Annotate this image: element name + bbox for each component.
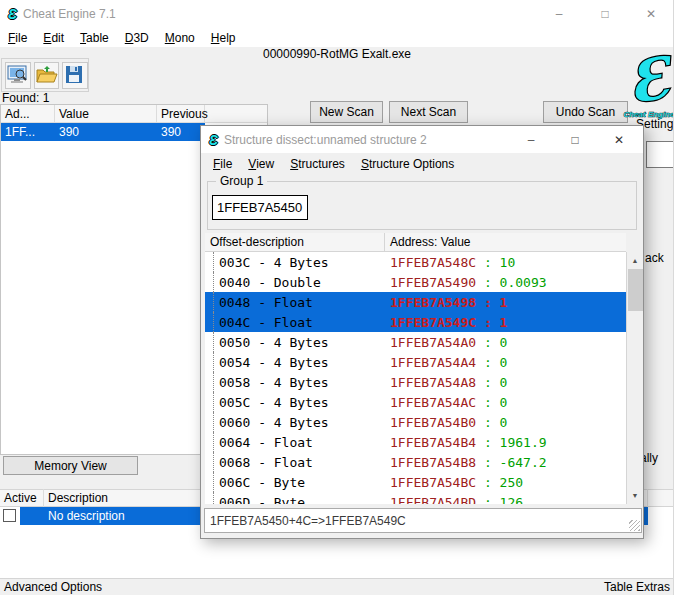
dissect-row[interactable]: 0054 - 4 Bytes1FFEB7A54A4 : 0: [205, 352, 626, 372]
scan-row-value: 390: [55, 125, 157, 139]
scrollbar-thumb[interactable]: [628, 269, 643, 311]
dissect-row[interactable]: 0048 - Float1FFEB7A5498 : 1: [205, 292, 626, 312]
scan-row-address: 1FF...: [1, 125, 55, 139]
dissect-column-header: Offset-description Address: Value: [205, 233, 626, 252]
offset-description: 0040 - Double: [205, 275, 321, 290]
offset-description: 0064 - Float: [205, 435, 313, 450]
memory-view-button[interactable]: Memory View: [3, 456, 138, 475]
scroll-down-button[interactable]: ▼: [627, 487, 643, 504]
dissect-row[interactable]: 0040 - Double1FFEB7A5490 : 0.0093: [205, 272, 626, 292]
main-statusbar: Advanced Options Table Extras: [0, 578, 674, 595]
menu-view[interactable]: View: [240, 155, 282, 173]
column-header-value[interactable]: Value: [55, 105, 157, 123]
cheat-engine-logo: Ɛ Cheat Engine: [620, 48, 674, 124]
dissect-window-icon: Ɛ: [209, 133, 218, 147]
main-titlebar[interactable]: Ɛ Cheat Engine 7.1 – □ ✕: [0, 0, 674, 28]
scan-row-previous: 390: [157, 125, 205, 139]
address-value: 1FFEB7A5498 : 1: [390, 295, 507, 310]
menu-edit[interactable]: Edit: [35, 29, 72, 47]
dissect-row[interactable]: 004C - Float1FFEB7A549C : 1: [205, 312, 626, 332]
table-extras-link[interactable]: Table Extras: [604, 580, 670, 594]
dissect-row[interactable]: 0050 - 4 Bytes1FFEB7A54A0 : 0: [205, 332, 626, 352]
dissect-row-list[interactable]: 003C - 4 Bytes1FFEB7A548C : 100040 - Dou…: [205, 252, 626, 504]
menu-d3d[interactable]: D3D: [117, 29, 157, 47]
new-scan-button[interactable]: New Scan: [310, 101, 383, 123]
column-header-address[interactable]: Ad...: [1, 105, 55, 123]
logo-caption: Cheat Engine: [623, 110, 674, 119]
column-header-address-value[interactable]: Address: Value: [385, 235, 471, 249]
address-value: 1FFEB7A54BD : 126: [390, 495, 523, 505]
advanced-options-link[interactable]: Advanced Options: [4, 580, 102, 594]
menu-help[interactable]: Help: [203, 29, 244, 47]
cheat-engine-main-window: Ɛ Cheat Engine 7.1 – □ ✕ FileEditTableD3…: [0, 0, 674, 595]
open-folder-icon: [36, 65, 58, 85]
dissect-close-button[interactable]: ✕: [597, 126, 641, 153]
save-table-button[interactable]: [62, 62, 88, 89]
structure-address-input[interactable]: [212, 195, 308, 220]
dissect-row[interactable]: 0058 - 4 Bytes1FFEB7A54A8 : 0: [205, 372, 626, 392]
logo-glyph: Ɛ: [623, 48, 674, 116]
column-header-active[interactable]: Active: [0, 489, 44, 507]
window-controls: – □ ✕: [536, 0, 674, 28]
cheat-engine-app-icon: Ɛ: [8, 7, 17, 21]
menu-structure-options[interactable]: Structure Options: [353, 155, 462, 173]
menu-file[interactable]: File: [205, 155, 240, 173]
undo-scan-button[interactable]: Undo Scan: [543, 101, 628, 123]
next-scan-button[interactable]: Next Scan: [389, 101, 468, 123]
column-header-offset-description[interactable]: Offset-description: [205, 233, 385, 252]
offset-description: 0050 - 4 Bytes: [205, 335, 329, 350]
maximize-button[interactable]: □: [582, 0, 628, 28]
dissect-row[interactable]: 0064 - Float1FFEB7A54B4 : 1961.9: [205, 432, 626, 452]
scroll-up-button[interactable]: ▲: [627, 252, 643, 269]
offset-description: 004C - Float: [205, 315, 313, 330]
menu-structures[interactable]: Structures: [282, 155, 353, 173]
window-title: Cheat Engine 7.1: [23, 7, 116, 21]
dissect-menubar: FileViewStructuresStructure Options: [201, 153, 643, 175]
menu-table[interactable]: Table: [72, 29, 117, 47]
open-table-button[interactable]: [34, 62, 60, 89]
offset-description: 005C - 4 Bytes: [205, 395, 329, 410]
address-value: 1FFEB7A54B4 : 1961.9: [390, 435, 547, 450]
address-value: 1FFEB7A549C : 1: [390, 315, 507, 330]
menu-file[interactable]: File: [0, 29, 35, 47]
group-label: Group 1: [216, 174, 267, 188]
menu-mono[interactable]: Mono: [157, 29, 203, 47]
dissect-window-title: Structure dissect:unnamed structure 2: [224, 133, 427, 147]
main-menubar: FileEditTableD3DMonoHelp: [0, 28, 674, 47]
main-toolbar: [1, 58, 89, 92]
scan-value-input[interactable]: [646, 141, 674, 168]
dissect-row[interactable]: 006D - Byte1FFEB7A54BD : 126: [205, 492, 626, 504]
offset-description: 0048 - Float: [205, 295, 313, 310]
address-value: 1FFEB7A54A0 : 0: [390, 335, 507, 350]
save-disk-icon: [64, 65, 86, 85]
dissect-row[interactable]: 0060 - 4 Bytes1FFEB7A54B0 : 0: [205, 412, 626, 432]
address-value: 1FFEB7A548C : 10: [390, 255, 515, 270]
active-checkbox[interactable]: [3, 509, 16, 522]
offset-description: 0060 - 4 Bytes: [205, 415, 329, 430]
select-process-button[interactable]: [5, 62, 31, 89]
dissect-window-controls: – □ ✕: [509, 126, 641, 153]
offset-description: 006D - Byte: [205, 495, 305, 505]
dissect-row[interactable]: 003C - 4 Bytes1FFEB7A548C : 10: [205, 252, 626, 272]
dissect-titlebar[interactable]: Ɛ Structure dissect:unnamed structure 2 …: [201, 126, 643, 153]
dissect-row[interactable]: 006C - Byte1FFEB7A54BC : 250: [205, 472, 626, 492]
scan-results-header: Ad... Value Previous: [1, 105, 267, 123]
address-value: 1FFEB7A54B8 : -647.2: [390, 455, 547, 470]
scan-result-row[interactable]: 1FF...390390: [1, 123, 205, 141]
minimize-button[interactable]: –: [536, 0, 582, 28]
dissect-row[interactable]: 0068 - Float1FFEB7A54B8 : -647.2: [205, 452, 626, 472]
address-value: 1FFEB7A54BC : 250: [390, 475, 523, 490]
dissect-scrollbar[interactable]: ▲ ▼: [626, 252, 643, 504]
group-1-box: Group 1: [207, 181, 637, 230]
dissect-row[interactable]: 005C - 4 Bytes1FFEB7A54AC : 0: [205, 392, 626, 412]
dissect-maximize-button[interactable]: □: [553, 126, 597, 153]
dissect-status-text: 1FFEB7A5450+4C=>1FFEB7A549C: [210, 514, 406, 528]
resize-grip[interactable]: [629, 520, 640, 531]
address-value: 1FFEB7A54B0 : 0: [390, 415, 507, 430]
attached-process-label: 00000990-RotMG Exalt.exe: [0, 47, 674, 61]
address-value: 1FFEB7A54AC : 0: [390, 395, 507, 410]
address-value: 1FFEB7A5490 : 0.0093: [390, 275, 547, 290]
column-header-previous[interactable]: Previous: [157, 105, 205, 123]
close-button[interactable]: ✕: [628, 0, 674, 28]
dissect-minimize-button[interactable]: –: [509, 126, 553, 153]
